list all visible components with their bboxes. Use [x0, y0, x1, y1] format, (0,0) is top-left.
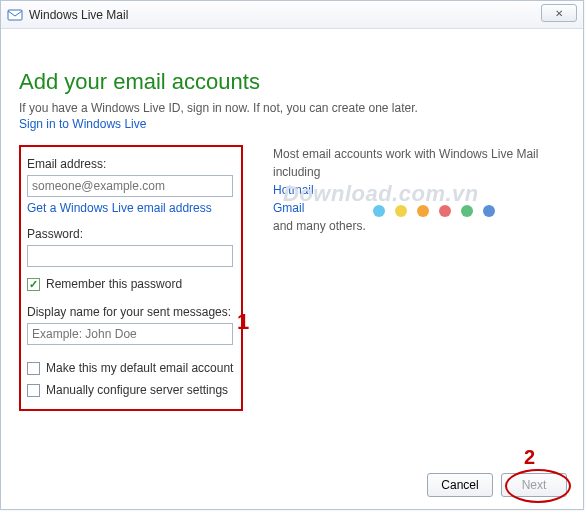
get-address-link[interactable]: Get a Windows Live email address — [27, 201, 212, 215]
page-subtitle: If you have a Windows Live ID, sign in n… — [19, 101, 565, 115]
signin-link[interactable]: Sign in to Windows Live — [19, 117, 565, 131]
svg-rect-0 — [8, 10, 22, 20]
dot-icon — [439, 205, 451, 217]
cancel-button[interactable]: Cancel — [427, 473, 493, 497]
password-label: Password: — [27, 227, 235, 241]
dot-icon — [483, 205, 495, 217]
app-icon — [7, 7, 23, 23]
page-title: Add your email accounts — [19, 69, 565, 95]
remember-password-checkbox[interactable] — [27, 278, 40, 291]
email-label: Email address: — [27, 157, 235, 171]
titlebar: Windows Live Mail ✕ — [1, 1, 583, 29]
annotation-1: 1 — [237, 309, 249, 335]
display-name-label: Display name for your sent messages: — [27, 305, 235, 319]
manual-config-checkbox[interactable] — [27, 384, 40, 397]
remember-password-label: Remember this password — [46, 277, 182, 291]
info-text-1: Most email accounts work with Windows Li… — [273, 145, 565, 181]
email-field[interactable] — [27, 175, 233, 197]
default-account-label: Make this my default email account — [46, 361, 233, 375]
manual-config-label: Manually configure server settings — [46, 383, 228, 397]
close-button[interactable]: ✕ — [541, 4, 577, 22]
password-field[interactable] — [27, 245, 233, 267]
default-account-checkbox[interactable] — [27, 362, 40, 375]
display-name-field[interactable] — [27, 323, 233, 345]
close-icon: ✕ — [555, 8, 563, 19]
window-title: Windows Live Mail — [29, 8, 128, 22]
color-dots — [373, 205, 495, 217]
dot-icon — [373, 205, 385, 217]
dot-icon — [395, 205, 407, 217]
dot-icon — [461, 205, 473, 217]
form-panel: Email address: Get a Windows Live email … — [19, 145, 243, 411]
annotation-2: 2 — [524, 446, 535, 469]
info-panel: Most email accounts work with Windows Li… — [273, 145, 565, 411]
dot-icon — [417, 205, 429, 217]
info-text-2: and many others. — [273, 219, 366, 233]
next-button[interactable]: Next — [501, 473, 567, 497]
